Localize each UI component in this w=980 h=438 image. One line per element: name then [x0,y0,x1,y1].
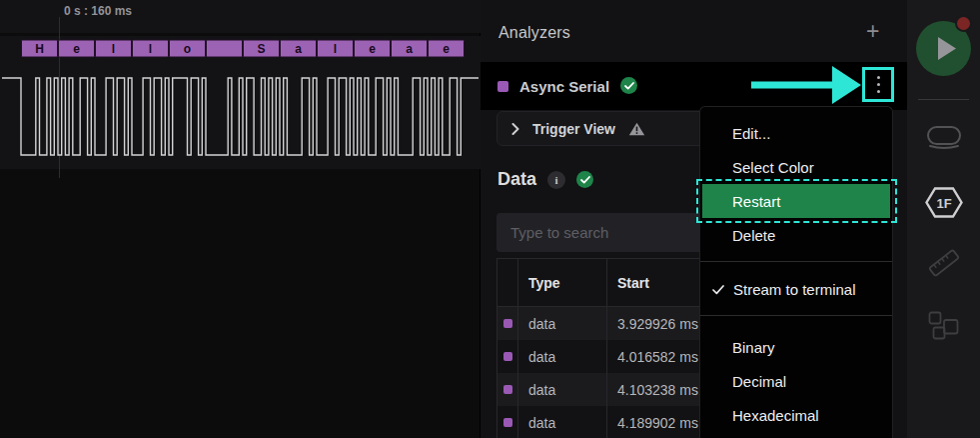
chevron-right-icon [511,123,519,135]
info-icon[interactable]: i [547,171,565,189]
extensions-button[interactable] [907,311,980,340]
row-type-cell: data [518,373,607,406]
analyzer-color-swatch [497,81,508,92]
row-color-cell [497,307,518,340]
panel-title: Analyzers [498,24,570,42]
data-section-title: Data [497,169,536,190]
ruler-icon [927,246,961,280]
row-color-swatch [503,352,512,361]
table-header-type: Type [518,259,607,306]
svg-text:a: a [406,42,413,56]
check-icon [712,281,725,298]
svg-text:H: H [35,42,44,56]
svg-text:a: a [295,42,302,56]
menu-item-hexadecimal[interactable]: Hexadecimal [700,398,892,432]
row-color-cell [497,406,518,438]
analyzer-name: Async Serial [519,78,609,95]
waveform-panel[interactable]: 0 s : 160 ms HelloSaleae [0,0,481,438]
analyzer-ok-icon [620,77,637,94]
logic-analyzer-app: 0 s : 160 ms HelloSaleae Analyzers + Asy… [0,0,980,438]
svg-text:o: o [184,42,191,56]
analyzer-context-menu: Edit... Select Color Restart Delete Stre… [699,106,893,438]
menu-item-stream-to-terminal[interactable]: Stream to terminal [700,272,892,306]
row-type-cell: data [518,340,607,373]
svg-text:S: S [257,42,265,56]
menu-separator [700,261,892,262]
row-type-cell: data [518,406,607,438]
svg-text:e: e [73,42,80,56]
menu-item-binary[interactable]: Binary [700,330,892,364]
warning-icon [628,122,645,136]
right-sidebar: 1F [907,0,980,438]
menu-item-decimal[interactable]: Decimal [700,364,892,398]
svg-text:e: e [443,42,450,56]
record-status-dot [955,15,972,32]
menu-item-edit[interactable]: Edit... [700,116,892,150]
svg-text:1F: 1F [936,196,951,211]
decode-bubble [207,40,243,57]
row-color-swatch [503,385,512,394]
svg-text:l: l [334,42,337,56]
data-section-header: Data i [497,169,593,190]
add-analyzer-button[interactable]: + [866,18,879,45]
menu-item-delete[interactable]: Delete [700,218,892,252]
logic-level-icon: 1F [925,187,963,218]
menu-item-select-color[interactable]: Select Color [700,150,892,184]
menu-separator [700,315,892,316]
row-type-cell: data [518,307,607,340]
table-header-icon-col [497,259,518,306]
trigger-view-label: Trigger View [532,121,615,137]
kebab-menu-button[interactable] [862,67,894,102]
logic-levels-button[interactable]: 1F [907,187,980,218]
device-icon [926,125,962,151]
measure-button[interactable] [907,246,980,280]
extensions-icon [928,311,959,340]
stream-to-terminal-label: Stream to terminal [733,281,856,298]
timeline-timestamp: 0 s : 160 ms [64,4,132,18]
svg-text:e: e [369,42,376,56]
row-color-cell [497,373,518,406]
row-color-swatch [503,418,512,427]
row-color-swatch [503,319,512,328]
menu-item-restart[interactable]: Restart [702,184,890,218]
svg-text:l: l [149,42,152,56]
sidebar-divider [918,99,969,100]
device-settings-button[interactable] [907,125,980,151]
annotation-arrow [751,66,861,104]
svg-text:l: l [112,42,115,56]
row-color-cell [497,340,518,373]
kebab-icon [877,76,880,79]
waveform-view[interactable]: 0 s : 160 ms HelloSaleae [0,0,481,438]
data-ok-icon [576,171,593,188]
